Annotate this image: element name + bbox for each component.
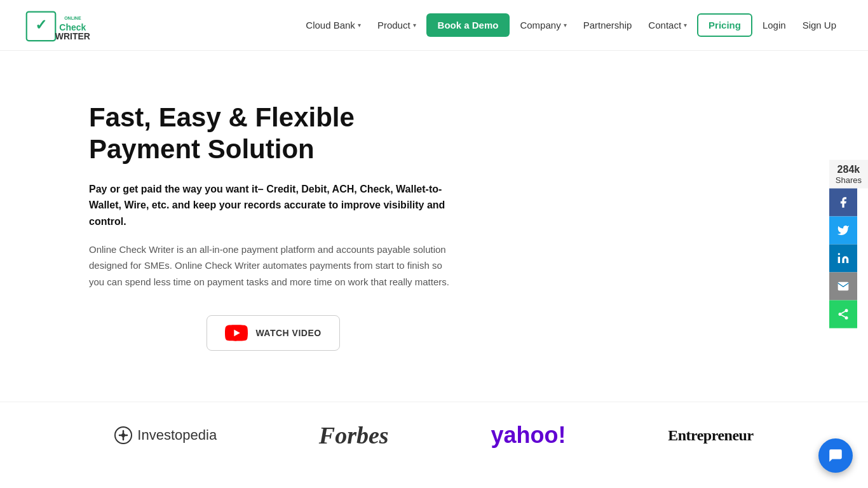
share-button[interactable] — [829, 301, 857, 329]
nav-item-company[interactable]: Company ▾ — [513, 15, 573, 36]
yahoo-text: yahoo! — [491, 422, 566, 449]
nav-item-signup[interactable]: Sign Up — [796, 15, 843, 36]
svg-line-11 — [841, 315, 845, 317]
investopedia-logo: Investopedia — [114, 426, 217, 444]
nav-item-login[interactable]: Login — [756, 15, 792, 36]
svg-text:ONLINE: ONLINE — [64, 15, 81, 20]
chevron-down-icon: ▾ — [358, 22, 361, 29]
nav-pricing-label: Pricing — [709, 20, 741, 30]
svg-point-6 — [121, 433, 125, 437]
navbar: ✓ ONLINE Check WRITER Cloud Bank ▾ Produ… — [0, 0, 868, 51]
nav-item-book-demo[interactable]: Book a Demo — [426, 13, 510, 37]
svg-point-8 — [844, 309, 848, 312]
nav-contact-label: Contact — [648, 20, 681, 30]
forbes-logo: Forbes — [319, 421, 389, 449]
chevron-down-icon: ▾ — [684, 22, 687, 29]
nav-item-contact[interactable]: Contact ▾ — [642, 15, 693, 36]
youtube-icon — [225, 325, 248, 341]
hero-description: Online Check Writer is an all-in-one pay… — [89, 241, 458, 290]
logo[interactable]: ✓ ONLINE Check WRITER — [25, 6, 114, 44]
nav-cloud-bank-label: Cloud Bank — [306, 20, 355, 30]
hero-subtitle: Pay or get paid the way you want it– Cre… — [89, 181, 458, 230]
nav-product-label: Product — [377, 20, 410, 30]
svg-point-7 — [837, 253, 839, 255]
nav-partnership-label: Partnership — [583, 20, 632, 30]
hero-section: Fast, Easy & Flexible Payment Solution P… — [0, 51, 868, 389]
share-count-value: 284k — [836, 164, 862, 175]
svg-point-10 — [844, 316, 848, 320]
chevron-down-icon: ▾ — [413, 22, 416, 29]
hero-title: Fast, Easy & Flexible Payment Solution — [89, 102, 458, 166]
nav-book-demo-label: Book a Demo — [438, 20, 499, 30]
hero-content: Fast, Easy & Flexible Payment Solution P… — [89, 102, 458, 351]
linkedin-share-button[interactable] — [829, 245, 857, 273]
svg-text:WRITER: WRITER — [55, 31, 90, 41]
svg-text:✓: ✓ — [35, 16, 47, 32]
nav-login-label: Login — [763, 20, 786, 30]
nav-menu: Cloud Bank ▾ Product ▾ Book a Demo Compa… — [299, 13, 843, 37]
twitter-share-button[interactable] — [829, 217, 857, 245]
media-logos-section: Investopedia Forbes yahoo! Entrepreneur — [0, 402, 868, 475]
watch-video-label: WATCH VIDEO — [255, 328, 321, 338]
forbes-text: Forbes — [319, 421, 389, 449]
investopedia-text: Investopedia — [137, 427, 217, 444]
watch-video-button[interactable]: WATCH VIDEO — [207, 315, 339, 351]
nav-item-pricing[interactable]: Pricing — [697, 13, 752, 37]
svg-point-9 — [838, 313, 841, 316]
yahoo-logo: yahoo! — [491, 422, 566, 449]
social-sidebar: 284k Shares — [829, 160, 868, 329]
share-count-label: Shares — [836, 175, 862, 185]
nav-item-product[interactable]: Product ▾ — [371, 15, 423, 36]
share-count: 284k Shares — [829, 160, 868, 189]
entrepreneur-logo: Entrepreneur — [668, 427, 753, 444]
svg-line-12 — [841, 311, 845, 313]
entrepreneur-text: Entrepreneur — [668, 427, 753, 444]
email-share-button[interactable] — [829, 273, 857, 301]
chevron-down-icon: ▾ — [564, 22, 567, 29]
nav-signup-label: Sign Up — [803, 20, 836, 30]
nav-item-partnership[interactable]: Partnership — [577, 15, 639, 36]
nav-item-cloud-bank[interactable]: Cloud Bank ▾ — [299, 15, 367, 36]
nav-company-label: Company — [520, 20, 560, 30]
chat-button[interactable] — [818, 438, 853, 473]
facebook-share-button[interactable] — [829, 189, 857, 217]
